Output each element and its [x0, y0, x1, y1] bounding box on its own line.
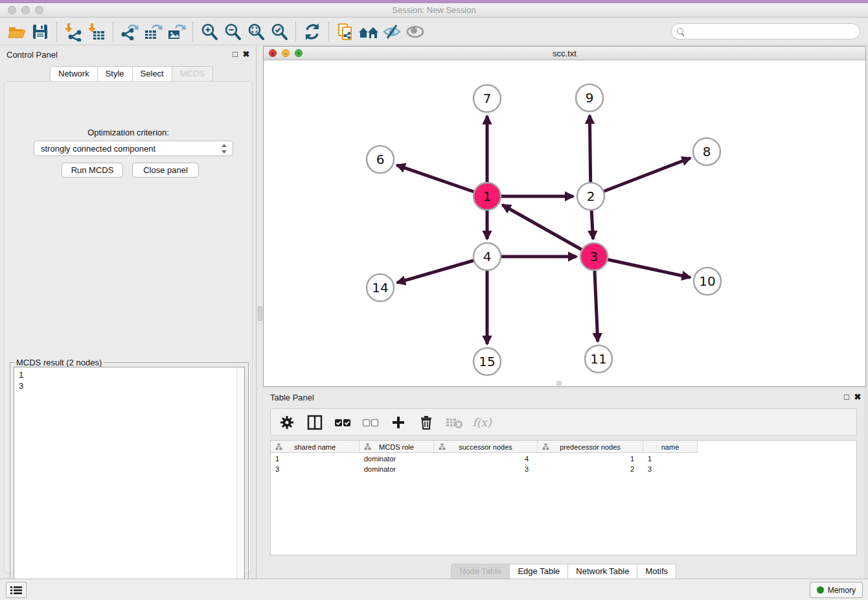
network-window-titlebar[interactable]: x – + scc.txt [264, 47, 865, 60]
node-label-7: 7 [483, 91, 492, 106]
close-table-panel-icon[interactable]: ✖ [852, 392, 863, 402]
optimization-criterion-label: Optimization criterion: [5, 128, 252, 137]
tab-node-table[interactable]: Node Table [451, 564, 510, 579]
search-icon [677, 28, 685, 36]
toolbar-separator [328, 22, 329, 41]
clone-network-icon[interactable] [334, 21, 357, 43]
memory-status-icon [817, 586, 824, 594]
select-all-icon[interactable] [334, 414, 351, 431]
add-column-icon[interactable] [390, 414, 407, 431]
cell-name[interactable]: 1 [643, 454, 698, 464]
hide-selected-icon[interactable] [380, 21, 404, 43]
control-panel-title: Control Panel [6, 50, 58, 60]
table-panel: Table Panel □ ✖ [263, 389, 864, 580]
edge-2-8[interactable] [591, 158, 691, 196]
gear-icon[interactable] [279, 414, 295, 431]
column-header-name[interactable]: name [643, 441, 698, 453]
import-table-icon[interactable] [85, 21, 108, 43]
toolbar-separator [113, 22, 113, 41]
open-file-icon[interactable] [5, 21, 29, 43]
node-label-15: 15 [479, 354, 495, 369]
zoom-selected-icon[interactable] [268, 21, 291, 43]
tab-edge-table[interactable]: Edge Table [510, 564, 568, 579]
table-row[interactable]: 3dominator323 [271, 464, 698, 474]
delete-icon[interactable] [418, 414, 435, 431]
toolbar-separator [56, 22, 57, 41]
refresh-icon[interactable] [301, 21, 324, 43]
export-image-icon[interactable] [165, 21, 188, 43]
run-mcds-button[interactable]: Run MCDS [62, 163, 123, 178]
cell-name[interactable]: 3 [643, 464, 698, 474]
zoom-out-icon[interactable] [221, 21, 244, 43]
column-header-shared-name[interactable]: shared name [271, 441, 360, 453]
node-label-9: 9 [586, 90, 594, 106]
float-table-panel-icon[interactable]: □ [841, 392, 852, 402]
delete-table-icon[interactable] [446, 414, 463, 431]
cell-mcds-role[interactable]: dominator [360, 454, 434, 464]
memory-button[interactable]: Memory [810, 582, 863, 598]
node-label-6: 6 [376, 152, 385, 167]
canvas-scrollbar-handle[interactable] [556, 381, 562, 386]
node-label-11: 11 [590, 351, 606, 367]
zoom-fit-icon[interactable] [244, 21, 268, 43]
edge-3-10[interactable] [594, 257, 691, 277]
splitter-handle-icon[interactable] [258, 306, 262, 321]
window-title: Session: New Session [0, 5, 868, 15]
list-icon [10, 586, 22, 595]
control-panel-tabs: NetworkStyleSelectMCDS [50, 66, 213, 82]
node-label-4: 4 [483, 249, 492, 264]
cell-predecessor-nodes[interactable]: 1 [538, 454, 643, 464]
tab-style[interactable]: Style [98, 66, 133, 82]
mcds-panel: Optimization criterion: strongly connect… [4, 81, 253, 573]
cell-predecessor-nodes[interactable]: 2 [538, 464, 643, 474]
application-window: Session: New Session [0, 0, 868, 600]
network-canvas[interactable]: 7968124314101511 [264, 60, 865, 386]
save-icon[interactable] [29, 21, 52, 43]
node-label-10: 10 [699, 273, 715, 289]
panel-splitter[interactable] [257, 46, 263, 579]
table-row[interactable]: 1dominator411 [271, 454, 698, 464]
toolbar-separator [192, 22, 193, 41]
node-label-1: 1 [483, 189, 492, 204]
show-eye-icon[interactable] [404, 21, 427, 43]
task-history-button[interactable] [6, 582, 27, 598]
columns-icon[interactable] [306, 414, 323, 431]
export-network-icon[interactable] [118, 21, 141, 43]
mcds-result-title: MCDS result (2 nodes) [14, 358, 104, 367]
criterion-select[interactable]: strongly connected component [34, 141, 233, 156]
network-graph[interactable]: 7968124314101511 [264, 60, 865, 386]
float-panel-icon[interactable]: □ [230, 49, 240, 59]
cell-mcds-role[interactable]: dominator [360, 464, 434, 474]
cell-shared-name[interactable]: 3 [271, 464, 360, 474]
table-panel-title: Table Panel [270, 393, 314, 402]
column-header-predecessor-nodes[interactable]: predecessor nodes [538, 441, 643, 453]
titlebar: Session: New Session [0, 3, 868, 17]
mcds-result-textarea[interactable]: 1 3 [14, 367, 245, 600]
cell-successor-nodes[interactable]: 4 [434, 454, 538, 464]
export-table-icon[interactable] [141, 21, 165, 43]
cell-shared-name[interactable]: 1 [271, 454, 360, 464]
import-network-icon[interactable] [62, 21, 85, 43]
tab-network-table[interactable]: Network Table [568, 564, 637, 579]
scrollbar[interactable] [236, 367, 244, 600]
tab-mcds[interactable]: MCDS [172, 66, 213, 82]
neighborhood-icon[interactable] [357, 21, 380, 43]
column-header-mcds-role[interactable]: MCDS role [360, 441, 434, 453]
mcds-result-group: MCDS result (2 nodes) 1 3 [10, 362, 249, 600]
criterion-value: strongly connected component [41, 144, 155, 154]
cell-successor-nodes[interactable]: 3 [434, 464, 538, 474]
node-label-3: 3 [590, 249, 599, 264]
deselect-all-icon[interactable] [362, 414, 379, 431]
zoom-in-icon[interactable] [198, 21, 221, 43]
tab-network[interactable]: Network [50, 66, 98, 82]
node-table[interactable]: shared nameMCDS rolesuccessor nodesprede… [270, 440, 857, 555]
function-builder-icon[interactable]: f(x) [474, 414, 490, 431]
edge-3-1[interactable] [503, 205, 594, 257]
tab-select[interactable]: Select [133, 66, 172, 82]
table-header-row: shared nameMCDS rolesuccessor nodesprede… [271, 441, 698, 453]
column-header-successor-nodes[interactable]: successor nodes [434, 441, 538, 453]
close-panel-icon[interactable]: ✖ [241, 49, 251, 59]
tab-motifs[interactable]: Motifs [637, 564, 676, 579]
search-input[interactable] [671, 23, 860, 40]
close-panel-button[interactable]: Close panel [132, 163, 199, 178]
